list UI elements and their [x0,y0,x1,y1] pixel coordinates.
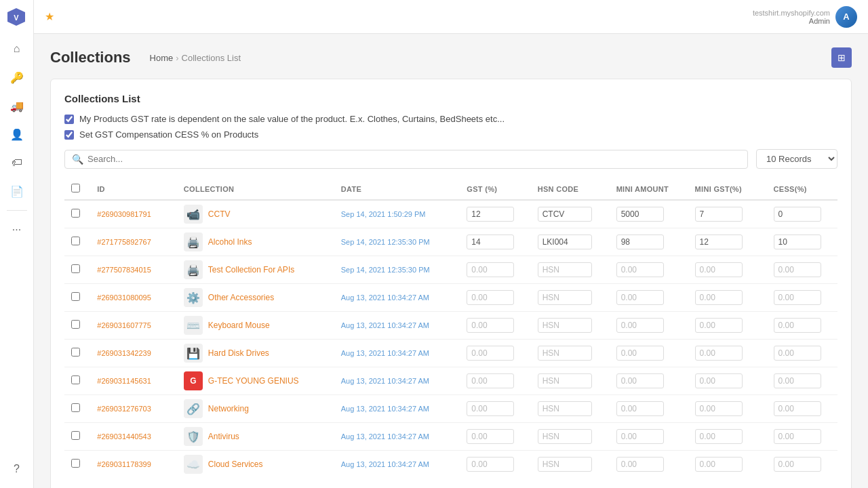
row-id-1[interactable]: #271775892767 [97,238,151,246]
sidebar-item-home[interactable]: ⌂ [5,37,29,61]
row-hsn-9[interactable] [538,457,592,472]
row-checkbox-0[interactable] [71,209,80,218]
sidebar-item-users[interactable]: 👤 [5,122,29,146]
sidebar-item-tags[interactable]: 🏷 [5,150,29,175]
collection-name-9[interactable]: Cloud Services [208,460,263,469]
row-cess-0[interactable] [774,207,821,222]
row-mini-gst-9[interactable] [695,457,743,472]
row-id-3[interactable]: #269031080095 [97,293,151,302]
row-mini-amount-4[interactable] [616,318,664,333]
row-checkbox-1[interactable] [71,237,80,245]
sidebar-item-docs[interactable]: 📄 [5,179,29,203]
collection-name-0[interactable]: CCTV [208,209,231,219]
row-gst-5[interactable] [467,346,514,361]
row-cess-4[interactable] [774,318,821,333]
row-gst-1[interactable] [467,235,514,249]
row-gst-0[interactable] [467,207,514,222]
row-checkbox-3[interactable] [71,292,80,301]
row-id-5[interactable]: #269031342239 [97,349,151,357]
row-id-6[interactable]: #269031145631 [97,377,151,385]
row-checkbox-2[interactable] [71,264,80,273]
select-all-checkbox[interactable] [71,184,80,192]
row-gst-7[interactable] [467,401,514,416]
collection-name-3[interactable]: Other Accessories [208,293,274,302]
grid-view-button[interactable]: ⊞ [831,47,852,68]
row-hsn-8[interactable] [538,429,592,444]
checkbox-cess-input[interactable] [64,130,74,140]
row-mini-gst-7[interactable] [695,401,743,416]
row-checkbox-9[interactable] [71,459,80,468]
row-mini-gst-5[interactable] [695,346,743,361]
row-hsn-3[interactable] [538,290,592,305]
row-cess-9[interactable] [774,457,821,472]
search-input[interactable] [87,154,741,164]
breadcrumb-home[interactable]: Home [150,53,174,63]
row-id-0[interactable]: #269030981791 [97,210,151,218]
search-box[interactable]: 🔍 [64,150,748,169]
row-hsn-0[interactable] [538,207,592,222]
row-cess-1[interactable] [774,235,821,249]
row-checkbox-7[interactable] [71,403,80,412]
row-cess-2[interactable] [774,262,821,277]
row-mini-gst-6[interactable] [695,373,743,388]
row-gst-4[interactable] [467,318,514,333]
row-mini-gst-2[interactable] [695,262,743,277]
sidebar-item-keys[interactable]: 🔑 [5,65,29,89]
row-hsn-5[interactable] [538,346,592,361]
avatar[interactable]: A [835,6,857,28]
row-id-7[interactable]: #269031276703 [97,405,151,413]
row-hsn-4[interactable] [538,318,592,333]
collection-name-5[interactable]: Hard Disk Drives [208,348,269,358]
row-cess-7[interactable] [774,401,821,416]
records-select[interactable]: 10 Records [756,149,837,169]
row-checkbox-4[interactable] [71,320,80,329]
row-gst-3[interactable] [467,290,514,305]
row-id-9[interactable]: #269031178399 [97,460,151,468]
row-hsn-7[interactable] [538,401,592,416]
row-mini-amount-0[interactable] [616,207,664,222]
collection-name-1[interactable]: Alcohol Inks [208,237,252,247]
row-id-2[interactable]: #277507834015 [97,266,151,274]
row-mini-amount-2[interactable] [616,262,664,277]
row-checkbox-5[interactable] [71,348,80,357]
row-id-8[interactable]: #269031440543 [97,432,151,441]
row-gst-2[interactable] [467,262,514,277]
collection-name-8[interactable]: Antivirus [208,432,239,441]
row-mini-amount-5[interactable] [616,346,664,361]
row-cess-6[interactable] [774,373,821,388]
row-gst-9[interactable] [467,457,514,472]
row-mini-amount-8[interactable] [616,429,664,444]
row-mini-amount-7[interactable] [616,401,664,416]
row-mini-amount-1[interactable] [616,235,664,249]
row-id-4[interactable]: #269031607775 [97,321,151,329]
checkbox-gst-dependent[interactable]: My Products GST rate is dependent on the… [64,114,837,124]
row-hsn-1[interactable] [538,235,592,249]
checkbox-cess[interactable]: Set GST Compensation CESS % on Products [64,129,837,140]
row-checkbox-8[interactable] [71,431,80,440]
row-gst-8[interactable] [467,429,514,444]
row-checkbox-6[interactable] [71,375,80,384]
row-mini-gst-3[interactable] [695,290,743,305]
row-mini-gst-8[interactable] [695,429,743,444]
favorite-icon[interactable]: ★ [45,10,54,23]
row-cess-3[interactable] [774,290,821,305]
collection-name-4[interactable]: Keyboard Mouse [208,321,270,330]
sidebar-item-more[interactable]: ··· [5,218,29,242]
row-gst-6[interactable] [467,373,514,388]
row-mini-amount-9[interactable] [616,457,664,472]
row-mini-gst-0[interactable] [695,207,743,222]
row-mini-amount-3[interactable] [616,290,664,305]
row-mini-gst-1[interactable] [695,235,743,249]
checkbox-gst-dependent-input[interactable] [64,115,74,124]
collection-name-7[interactable]: Networking [208,404,249,413]
sidebar-item-help[interactable]: ? [5,457,29,481]
row-hsn-6[interactable] [538,373,592,388]
row-mini-gst-4[interactable] [695,318,743,333]
collection-name-2[interactable]: Test Collection For APIs [208,265,294,274]
row-cess-8[interactable] [774,429,821,444]
collection-name-6[interactable]: G-TEC YOUNG GENIUS [208,376,299,386]
row-mini-amount-6[interactable] [616,373,664,388]
row-hsn-2[interactable] [538,262,592,277]
row-cess-5[interactable] [774,346,821,361]
sidebar-item-delivery[interactable]: 🚚 [5,94,29,118]
